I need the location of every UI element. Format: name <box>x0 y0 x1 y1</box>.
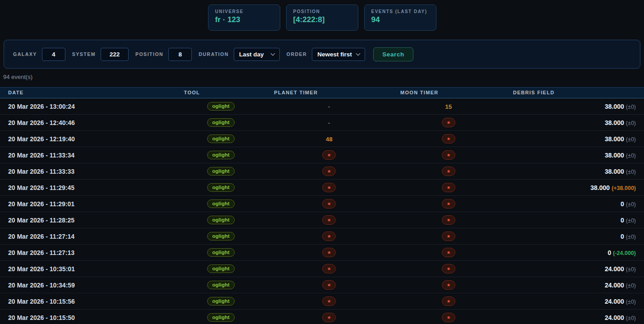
star-icon: ★ <box>327 153 331 157</box>
stat-label: UNIVERSE <box>215 9 273 14</box>
moon-timer-cell: ★ <box>392 131 505 147</box>
planet-timer-cell: - <box>266 115 392 131</box>
event-date: 20 Mar 2026 - 11:29:01 <box>0 196 176 212</box>
table-row: 20 Mar 2026 - 10:34:59 oglight ★ ★ 24.00… <box>0 277 644 293</box>
event-date: 20 Mar 2026 - 10:15:50 <box>0 310 176 324</box>
table-row: 20 Mar 2026 - 11:27:13 oglight ★ ★ 0(-24… <box>0 245 644 261</box>
table-header-row: DATE TOOL PLANET TIMER MOON TIMER DEBRIS… <box>0 88 644 98</box>
debris-field-cell: 38.000(±0) <box>505 147 644 163</box>
debris-value: 24.000 <box>605 314 624 321</box>
duration-field-group: DURATION Last day <box>199 48 280 61</box>
star-badge: ★ <box>442 248 455 257</box>
planet-timer-cell: ★ <box>266 196 392 212</box>
star-icon: ★ <box>446 137 450 141</box>
table-row: 20 Mar 2026 - 11:27:14 oglight ★ ★ 0(±0) <box>0 228 644 245</box>
event-date: 20 Mar 2026 - 11:27:14 <box>0 228 176 245</box>
column-header-moon-timer: MOON TIMER <box>392 88 505 98</box>
debris-value: 0 <box>621 200 624 208</box>
position-input[interactable] <box>168 48 192 61</box>
table-row: 20 Mar 2026 - 11:33:34 oglight ★ ★ 38.00… <box>0 147 644 163</box>
no-timer-dash: - <box>328 119 330 126</box>
debris-value: 38.000 <box>605 135 624 143</box>
star-icon: ★ <box>446 153 450 157</box>
star-badge: ★ <box>322 183 336 192</box>
star-badge: ★ <box>322 199 336 208</box>
star-icon: ★ <box>446 299 450 304</box>
table-row: 20 Mar 2026 - 13:00:24 oglight - 15 38.0… <box>0 98 644 115</box>
star-icon: ★ <box>327 169 331 174</box>
debris-value: 38.000 <box>605 119 624 126</box>
planet-timer-cell: ★ <box>266 212 392 228</box>
stat-value: 94 <box>371 15 429 24</box>
event-date: 20 Mar 2026 - 12:19:40 <box>0 131 176 147</box>
debris-field-cell: 38.000(±0) <box>505 98 644 115</box>
timer-value: 15 <box>445 103 452 110</box>
star-badge: ★ <box>322 296 336 306</box>
star-icon: ★ <box>327 299 331 304</box>
debris-field-cell: 38.000(±0) <box>505 131 644 147</box>
star-icon: ★ <box>446 315 450 320</box>
star-badge: ★ <box>442 264 455 273</box>
planet-timer-cell: 48 <box>266 131 392 147</box>
debris-value: 0 <box>607 249 611 256</box>
debris-delta: (+38.000) <box>612 185 636 191</box>
planet-timer-cell: ★ <box>266 261 392 277</box>
moon-timer-cell: ★ <box>392 196 505 212</box>
debris-value: 38.000 <box>590 184 610 191</box>
debris-field-cell: 24.000(±0) <box>505 277 644 293</box>
planet-timer-cell: ★ <box>266 293 392 310</box>
debris-delta: (±0) <box>626 104 636 110</box>
debris-delta: (±0) <box>626 315 636 321</box>
stat-label: POSITION <box>293 9 351 14</box>
table-row: 20 Mar 2026 - 10:15:50 oglight ★ ★ 24.00… <box>0 310 644 324</box>
order-select[interactable]: Newest first <box>312 48 365 61</box>
events-count: 94 event(s) <box>3 74 644 80</box>
table-row: 20 Mar 2026 - 11:29:45 oglight ★ ★ 38.00… <box>0 180 644 196</box>
column-header-tool: TOOL <box>176 88 266 98</box>
star-badge: ★ <box>322 150 336 160</box>
system-label: SYSTEM <box>72 51 96 57</box>
galaxy-input[interactable] <box>42 48 65 61</box>
tool-badge: oglight <box>207 216 234 224</box>
star-icon: ★ <box>446 283 450 287</box>
debris-value: 0 <box>621 233 624 240</box>
star-badge: ★ <box>322 231 336 241</box>
event-date: 20 Mar 2026 - 10:15:56 <box>0 293 176 310</box>
debris-delta: (±0) <box>626 153 636 159</box>
debris-delta: (±0) <box>626 201 636 208</box>
star-badge: ★ <box>442 183 455 192</box>
star-badge: ★ <box>442 231 455 241</box>
table-row: 20 Mar 2026 - 11:29:01 oglight ★ ★ 0(±0) <box>0 196 644 212</box>
star-icon: ★ <box>327 267 331 271</box>
debris-delta: (±0) <box>626 299 636 305</box>
tool-badge: oglight <box>207 232 234 241</box>
system-input[interactable] <box>101 48 129 61</box>
table-row: 20 Mar 2026 - 10:35:01 oglight ★ ★ 24.00… <box>0 261 644 277</box>
moon-timer-cell: ★ <box>392 261 505 277</box>
duration-select[interactable]: Last day <box>234 48 280 61</box>
star-badge: ★ <box>322 280 336 290</box>
debris-field-cell: 24.000(±0) <box>505 310 644 324</box>
debris-field-cell: 0(±0) <box>505 212 644 228</box>
planet-timer-cell: ★ <box>266 228 392 245</box>
event-date: 20 Mar 2026 - 12:40:46 <box>0 115 176 131</box>
stat-card-universe: UNIVERSE fr · 123 <box>208 5 280 31</box>
moon-timer-cell: ★ <box>392 245 505 261</box>
star-badge: ★ <box>322 167 336 176</box>
tool-badge: oglight <box>207 183 234 192</box>
planet-timer-cell: ★ <box>266 245 392 261</box>
search-button[interactable]: Search <box>373 47 413 61</box>
event-date: 20 Mar 2026 - 10:35:01 <box>0 261 176 277</box>
debris-delta: (±0) <box>626 282 636 289</box>
moon-timer-cell: ★ <box>392 147 505 163</box>
star-icon: ★ <box>446 218 450 222</box>
tool-badge: oglight <box>207 102 234 111</box>
position-field-group: POSITION <box>135 48 192 61</box>
star-icon: ★ <box>327 315 331 320</box>
table-row: 20 Mar 2026 - 12:19:40 oglight 48 ★ 38.0… <box>0 131 644 147</box>
chevron-down-icon <box>270 51 275 56</box>
system-field-group: SYSTEM <box>72 48 129 61</box>
order-label: ORDER <box>287 51 307 57</box>
galaxy-label: GALAXY <box>13 51 37 57</box>
stat-card-position: POSITION [4:222:8] <box>286 5 358 31</box>
